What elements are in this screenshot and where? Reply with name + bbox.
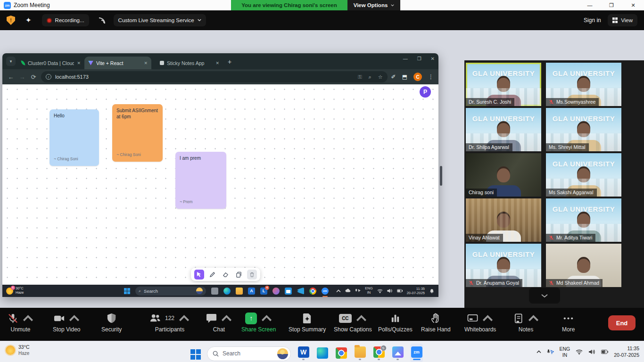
taskbar-search-box[interactable]: Search: [207, 346, 291, 361]
back-icon[interactable]: ←: [7, 74, 15, 81]
wifi-icon[interactable]: [377, 288, 383, 293]
chevron-up-icon[interactable]: [356, 313, 367, 324]
start-icon[interactable]: [190, 349, 201, 360]
recording-indicator[interactable]: Recording...: [42, 14, 89, 26]
tab-search-icon[interactable]: ▾: [6, 57, 16, 66]
shared-weather-widget[interactable]: 6 30°CHaze: [6, 287, 24, 295]
sticky-note-purple[interactable]: I am prem ~ Prem: [175, 152, 226, 209]
forward-icon[interactable]: →: [18, 74, 26, 81]
battery-icon[interactable]: [397, 288, 403, 293]
linkedin-icon[interactable]: L4: [260, 288, 267, 295]
tab-sticky-notes[interactable]: Sticky Notes App ✕: [156, 57, 223, 69]
participants-button[interactable]: 122 Participants: [150, 312, 190, 333]
video-tile[interactable]: GLA UNIVERSITY Ms Sakshi Aggarwal: [546, 153, 621, 197]
weather-widget[interactable]: 33°C Haze: [6, 344, 29, 356]
clock[interactable]: 11:3520-07-2025: [614, 346, 639, 358]
maximize-button[interactable]: ❐: [601, 0, 622, 10]
close-button[interactable]: ✕: [431, 56, 435, 61]
video-tile[interactable]: GLA UNIVERSITY Dr. Anupama Goyal: [466, 244, 541, 287]
site-info-icon[interactable]: i: [46, 74, 51, 80]
url-field[interactable]: i localhost:5173 ⚿ ⌕ ☆: [41, 71, 388, 82]
more-button[interactable]: More: [562, 312, 575, 333]
sticky-notes-canvas[interactable]: P Hello ~ Chirag Soni Submit ASIIGnment …: [2, 84, 438, 285]
chat-button[interactable]: Chat: [206, 312, 232, 333]
speaker-icon[interactable]: [387, 288, 393, 293]
shared-clock[interactable]: 11:3520-07-2025: [407, 287, 425, 295]
duplicate-icon[interactable]: [234, 270, 244, 280]
wifi-icon[interactable]: [576, 349, 583, 355]
show-captions-button[interactable]: CC Show Captions: [334, 312, 372, 333]
trash-icon[interactable]: [247, 270, 257, 280]
video-tile[interactable]: GLA UNIVERSITY Ms.Sowmyashree: [546, 63, 621, 106]
maximize-button[interactable]: ❐: [417, 56, 421, 61]
browser-profile-avatar[interactable]: C: [413, 73, 422, 81]
tray-chevron-up-icon[interactable]: [537, 350, 541, 354]
battery-icon[interactable]: [601, 349, 608, 355]
start-icon[interactable]: [124, 288, 130, 294]
end-meeting-button[interactable]: End: [608, 315, 636, 330]
pen-extension-icon[interactable]: ✐: [391, 74, 396, 80]
polls-quizzes-button[interactable]: Polls/Quizzes: [378, 312, 413, 333]
minimize-button[interactable]: —: [579, 0, 601, 10]
copilot-icon[interactable]: [272, 288, 280, 295]
video-tile[interactable]: Md Shakeel Ahmad: [546, 244, 621, 287]
video-tile[interactable]: GLA UNIVERSITY Ms. Shreyi Mittal: [546, 108, 621, 151]
onedrive-cloud-icon[interactable]: [345, 288, 351, 293]
sticky-note-blue[interactable]: Hello ~ Chirag Soni: [50, 109, 99, 166]
extensions-icon[interactable]: ⬒: [402, 74, 407, 80]
mic-tray-icon[interactable]: [547, 349, 554, 355]
video-tile[interactable]: GLA UNIVERSITY Dr. Suresh C. Joshi: [466, 63, 541, 106]
notes-button[interactable]: Notes: [513, 312, 539, 333]
share-screen-button[interactable]: ↑ Share Screen: [241, 312, 276, 333]
close-button[interactable]: ✕: [622, 0, 644, 10]
chevron-up-icon[interactable]: [261, 313, 272, 324]
reload-icon[interactable]: ⟳: [30, 74, 37, 81]
speaker-icon[interactable]: [588, 349, 595, 355]
mic-location-icon[interactable]: [355, 288, 361, 293]
new-tab-button[interactable]: +: [228, 58, 231, 66]
video-tile[interactable]: GLA UNIVERSITY Mr. Aditya Tiwari: [546, 198, 621, 242]
collapse-gallery-button[interactable]: [529, 288, 560, 304]
view-options-button[interactable]: View Options: [347, 0, 400, 10]
password-key-icon[interactable]: ⚿: [358, 74, 362, 80]
tray-chevron-up-icon[interactable]: [336, 289, 341, 293]
vscode-icon[interactable]: [297, 288, 304, 295]
chevron-up-icon[interactable]: [482, 313, 493, 324]
chevron-up-icon[interactable]: [528, 313, 539, 324]
stop-summary-button[interactable]: Stop Summary: [289, 312, 326, 333]
stop-video-button[interactable]: Stop Video: [53, 312, 81, 333]
chevron-up-icon[interactable]: [221, 313, 232, 324]
edge-icon[interactable]: [223, 288, 231, 295]
eraser-icon[interactable]: [221, 270, 231, 280]
chevron-up-icon[interactable]: [69, 313, 80, 324]
chevron-up-icon[interactable]: [23, 313, 33, 324]
chrome-profile-taskbar-item[interactable]: S: [372, 344, 385, 362]
raise-hand-button[interactable]: Raise Hand: [421, 312, 451, 333]
select-tool-icon[interactable]: [194, 270, 204, 280]
store-icon[interactable]: [285, 288, 292, 295]
file-explorer-taskbar-item[interactable]: [354, 344, 366, 362]
zoom-app-icon[interactable]: zm: [322, 288, 329, 295]
sign-in-button[interactable]: Sign in: [584, 17, 601, 24]
shared-search-box[interactable]: ⌕ Search: [135, 287, 206, 296]
zoom-lens-icon[interactable]: ⌕: [369, 74, 372, 80]
close-icon[interactable]: ✕: [77, 61, 81, 66]
edge-taskbar-item[interactable]: [316, 344, 329, 362]
shield-alert-icon[interactable]: !: [7, 16, 15, 25]
video-tile[interactable]: GLA UNIVERSITY Dr. Shilpa Agarwal: [466, 108, 541, 151]
browser-menu-icon[interactable]: ⋮: [428, 74, 434, 80]
live-streaming-button[interactable]: Custom Live Streaming Service: [114, 14, 206, 26]
chrome-taskbar-item[interactable]: [335, 344, 347, 362]
chevron-up-icon[interactable]: [179, 313, 190, 324]
video-tile[interactable]: Chirag soni: [466, 153, 541, 197]
sparkle-icon[interactable]: ✦: [25, 16, 32, 25]
security-button[interactable]: Security: [101, 312, 122, 333]
file-explorer-icon[interactable]: [236, 288, 243, 295]
whiteboards-button[interactable]: Whiteboards: [464, 312, 496, 333]
tab-vite-react[interactable]: Vite + React ✕: [84, 57, 151, 69]
task-view-icon[interactable]: [211, 288, 218, 295]
sticky-note-orange[interactable]: Submit ASIIGnment at 6pm ~ Chirag Soni: [112, 104, 163, 162]
unmute-button[interactable]: Unmute: [8, 312, 33, 333]
language-indicator[interactable]: ENGIN: [365, 287, 372, 295]
view-button[interactable]: View: [608, 14, 637, 26]
